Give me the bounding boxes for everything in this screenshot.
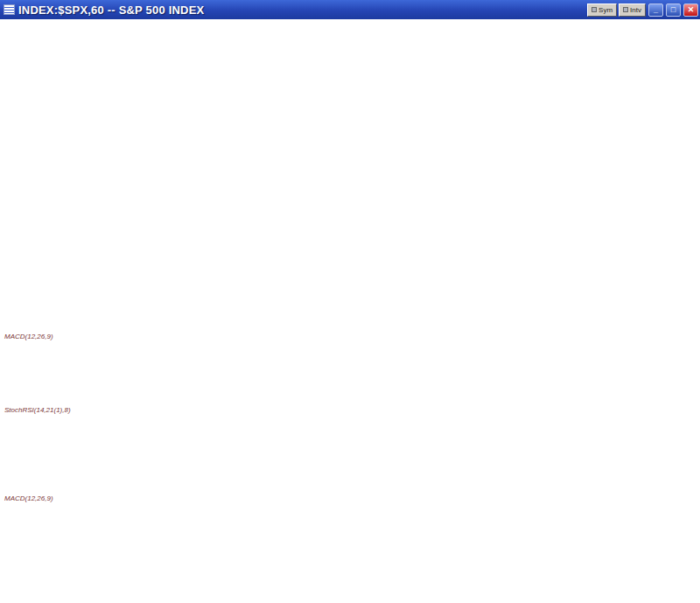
sym-button-label: Sym (598, 6, 612, 14)
chart-area[interactable]: MACD(12,26,9) StochRSI(14,21(1),8) MACD(… (0, 0, 700, 603)
titlebar-buttons: Sym Intv _ □ ✕ (587, 4, 698, 17)
maximize-button[interactable]: □ (666, 4, 681, 17)
stoch-pane-label: StochRSI(14,21(1),8) (4, 406, 71, 414)
intv-button-label: Intv (630, 6, 641, 14)
macd-pane-label: MACD(12,26,9) (4, 333, 53, 340)
chart-window-icon (4, 4, 15, 15)
close-icon: ✕ (688, 5, 695, 14)
minimize-button[interactable]: _ (648, 4, 663, 17)
close-button[interactable]: ✕ (683, 4, 698, 17)
intv-button[interactable]: Intv (619, 4, 646, 17)
sym-button[interactable]: Sym (587, 4, 617, 17)
window-title: INDEX:$SPX,60 -- S&P 500 INDEX (18, 4, 587, 17)
minimize-icon: _ (654, 5, 658, 14)
sym-icon (592, 7, 597, 12)
window-titlebar[interactable]: INDEX:$SPX,60 -- S&P 500 INDEX Sym Intv … (0, 0, 700, 19)
qcharts-window: MACD(12,26,9) StochRSI(14,21(1),8) MACD(… (0, 0, 700, 603)
ad-pane-label: MACD(12,26,9) (4, 494, 53, 502)
pane-labels: MACD(12,26,9) StochRSI(14,21(1),8) MACD(… (4, 333, 71, 502)
intv-icon (623, 7, 628, 12)
maximize-icon: □ (671, 5, 676, 14)
